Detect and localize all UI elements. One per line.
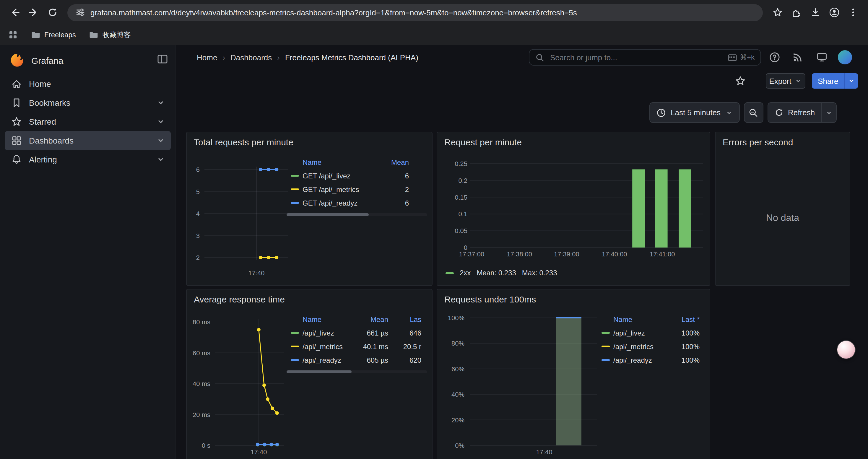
legend-header-last[interactable]: Last * bbox=[666, 316, 700, 324]
series-name: /api/_readyz bbox=[613, 356, 666, 364]
svg-text:0.15: 0.15 bbox=[455, 194, 467, 201]
search-input[interactable] bbox=[549, 52, 723, 62]
bookmark-folder-blogs[interactable]: 收藏博客 bbox=[89, 30, 131, 40]
forward-button[interactable] bbox=[25, 4, 42, 21]
legend-header-name[interactable]: Name bbox=[291, 158, 373, 167]
total-requests-chart[interactable]: 6543217:40 bbox=[187, 158, 302, 284]
refresh-button-group: Refresh bbox=[767, 102, 837, 123]
panel-title[interactable]: Request per minute bbox=[444, 137, 522, 147]
brand-name: Grafana bbox=[31, 55, 63, 65]
legend-row[interactable]: /api/_metrics 40.1 ms 20.5 r bbox=[286, 340, 427, 353]
address-bar[interactable]: grafana.mathmast.com/d/deytv4rwavabkb/fr… bbox=[67, 4, 763, 21]
series-swatch bbox=[445, 272, 454, 274]
legend-row[interactable]: /api/_livez 661 µs 646 bbox=[286, 326, 427, 340]
help-button[interactable] bbox=[769, 52, 780, 63]
series-last: 20.5 r bbox=[388, 342, 421, 351]
zoom-out-button[interactable] bbox=[744, 102, 763, 123]
legend-scrollbar[interactable] bbox=[286, 213, 427, 216]
refresh-interval-button[interactable] bbox=[821, 103, 836, 122]
legend-header-mean[interactable]: Mean bbox=[373, 158, 409, 167]
sidebar-collapse-button[interactable] bbox=[157, 53, 168, 65]
legend-header-mean[interactable]: Mean bbox=[351, 316, 388, 324]
chevron-down-icon[interactable] bbox=[157, 99, 165, 107]
legend-row[interactable]: /api/_metrics 100% bbox=[601, 340, 700, 353]
series-mean: 661 µs bbox=[351, 329, 388, 337]
sidebar-item-starred[interactable]: Starred bbox=[5, 112, 171, 131]
reload-button[interactable] bbox=[44, 4, 61, 21]
share-menu-button[interactable] bbox=[844, 73, 858, 89]
site-settings-icon[interactable] bbox=[75, 8, 85, 17]
rss-icon bbox=[792, 52, 804, 63]
legend-header-row: Name Mean Las bbox=[286, 313, 427, 326]
time-range-picker[interactable]: Last 5 minutes bbox=[649, 102, 740, 123]
kiosk-mode-button[interactable] bbox=[816, 52, 828, 63]
sidebar: Grafana Home Bookmarks Starred bbox=[0, 45, 176, 459]
under-100ms-chart[interactable]: 100%80%60%40%20%0%17:40 bbox=[437, 313, 615, 459]
legend-row[interactable]: /api/_readyz 100% bbox=[601, 353, 700, 367]
svg-text:17:40:00: 17:40:00 bbox=[602, 251, 627, 258]
monitor-icon bbox=[816, 52, 828, 63]
extensions-button[interactable] bbox=[788, 4, 805, 21]
news-button[interactable] bbox=[792, 52, 804, 63]
export-button[interactable]: Export bbox=[766, 73, 805, 89]
assistant-avatar-overlay[interactable] bbox=[837, 341, 855, 359]
legend-header-last[interactable]: Las bbox=[388, 316, 421, 324]
breadcrumb-dashboards[interactable]: Dashboards bbox=[230, 53, 272, 62]
bookmark-star-button[interactable] bbox=[769, 4, 786, 21]
breadcrumb-home[interactable]: Home bbox=[197, 53, 217, 62]
bookmarks-bar: Freeleaps 收藏博客 bbox=[0, 25, 868, 45]
bookmark-folder-freeleaps[interactable]: Freeleaps bbox=[31, 30, 76, 40]
svg-text:17:39:00: 17:39:00 bbox=[554, 251, 579, 258]
star-icon bbox=[735, 75, 746, 87]
sidebar-item-home[interactable]: Home bbox=[5, 74, 171, 93]
grafana-header: Home › Dashboards › Freeleaps Metrics Da… bbox=[176, 45, 868, 70]
legend-scrollbar[interactable] bbox=[286, 370, 427, 373]
legend-row[interactable]: GET /api/_metrics 2 bbox=[286, 183, 427, 196]
sidebar-item-label: Alerting bbox=[29, 155, 57, 164]
legend-row[interactable]: GET /api/_livez 6 bbox=[286, 169, 427, 183]
chevron-down-icon[interactable] bbox=[157, 118, 165, 126]
avg-response-chart[interactable]: 80 ms60 ms40 ms20 ms0 s17:40 bbox=[187, 316, 302, 459]
puzzle-icon bbox=[791, 7, 802, 18]
back-button[interactable] bbox=[6, 4, 24, 21]
panel-title[interactable]: Total requests per minute bbox=[194, 137, 293, 147]
user-avatar[interactable] bbox=[838, 50, 852, 64]
sidebar-item-dashboards[interactable]: Dashboards bbox=[5, 131, 171, 150]
grafana-logo-home[interactable]: Grafana bbox=[9, 53, 63, 68]
legend-table: Name Mean GET /api/_livez 6 GET /api/_me… bbox=[286, 156, 427, 216]
profile-avatar-icon bbox=[829, 6, 840, 18]
sidebar-item-bookmarks[interactable]: Bookmarks bbox=[5, 93, 171, 112]
series-last: 620 bbox=[388, 356, 421, 364]
svg-text:80 ms: 80 ms bbox=[193, 319, 210, 326]
panel-title[interactable]: Requests under 100ms bbox=[444, 294, 536, 304]
favorite-dashboard-button[interactable] bbox=[735, 75, 746, 87]
legend-scrollbar-thumb[interactable] bbox=[286, 370, 351, 373]
legend-scrollbar-thumb[interactable] bbox=[286, 213, 369, 216]
export-label: Export bbox=[769, 76, 791, 85]
panel-title[interactable]: Errors per second bbox=[723, 137, 793, 147]
keyboard-icon bbox=[728, 54, 737, 61]
legend-row[interactable]: GET /api/_readyz 6 bbox=[286, 196, 427, 210]
share-button[interactable]: Share bbox=[812, 73, 844, 89]
chevron-down-icon[interactable] bbox=[157, 136, 165, 145]
downloads-button[interactable] bbox=[807, 4, 824, 21]
legend-header-name[interactable]: Name bbox=[601, 316, 666, 324]
legend-header-name[interactable]: Name bbox=[291, 316, 351, 324]
search-box[interactable]: ⌘+k bbox=[529, 49, 761, 66]
bookmark-label: Freeleaps bbox=[44, 31, 76, 39]
chevron-down-icon[interactable] bbox=[157, 155, 165, 164]
legend-row[interactable]: /api/_readyz 605 µs 620 bbox=[286, 353, 427, 367]
browser-menu-button[interactable] bbox=[844, 4, 862, 21]
legend-row[interactable]: /api/_livez 100% bbox=[601, 326, 700, 340]
panel-title[interactable]: Average response time bbox=[194, 294, 285, 304]
legend-inline[interactable]: 2xx Mean: 0.233 Max: 0.233 bbox=[445, 269, 557, 277]
profile-button[interactable] bbox=[826, 4, 843, 21]
request-per-minute-chart[interactable]: 0.250.20.150.10.05017:37:0017:38:0017:39… bbox=[437, 158, 710, 265]
sidebar-item-alerting[interactable]: Alerting bbox=[5, 150, 171, 169]
refresh-button[interactable]: Refresh bbox=[768, 103, 821, 122]
svg-text:60%: 60% bbox=[452, 365, 464, 373]
apps-grid-icon[interactable] bbox=[8, 30, 18, 40]
grafana-app: Grafana Home Bookmarks Starred bbox=[0, 45, 868, 459]
zoom-out-icon bbox=[749, 108, 758, 117]
sidebar-item-label: Starred bbox=[29, 117, 56, 126]
